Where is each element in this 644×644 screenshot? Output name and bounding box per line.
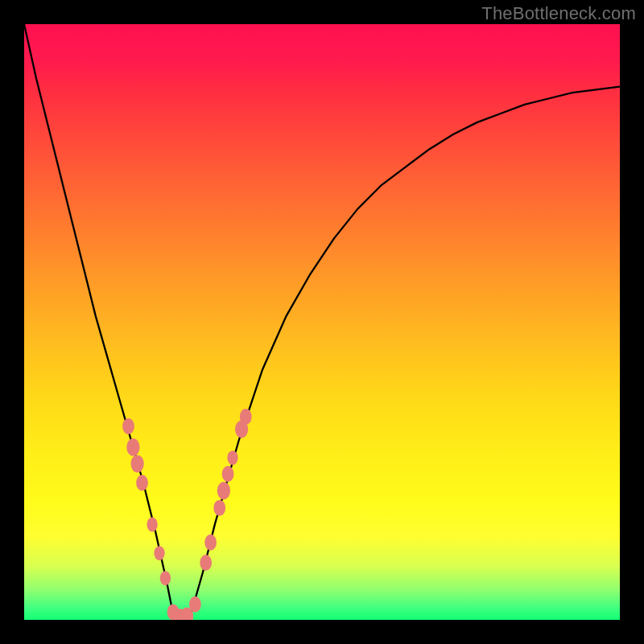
highlight-point bbox=[213, 500, 225, 516]
highlight-point bbox=[130, 455, 143, 473]
highlight-point bbox=[160, 571, 171, 585]
highlight-point bbox=[122, 419, 134, 435]
plot-area bbox=[24, 24, 620, 620]
highlight-point bbox=[217, 481, 230, 499]
bottleneck-curve bbox=[24, 24, 620, 620]
watermark-text: TheBottleneck.com bbox=[481, 3, 636, 24]
highlight-point bbox=[227, 451, 237, 465]
highlight-point bbox=[147, 518, 157, 532]
highlight-point bbox=[126, 438, 139, 456]
highlight-point bbox=[200, 555, 212, 571]
highlight-point bbox=[240, 409, 252, 425]
highlight-point bbox=[136, 475, 148, 491]
highlight-point bbox=[204, 535, 217, 551]
highlight-point bbox=[222, 466, 234, 482]
highlighted-points bbox=[122, 409, 252, 620]
highlight-point bbox=[154, 546, 164, 560]
curve-layer bbox=[24, 24, 620, 620]
chart-container: TheBottleneck.com bbox=[0, 0, 644, 644]
highlight-point bbox=[189, 597, 201, 613]
